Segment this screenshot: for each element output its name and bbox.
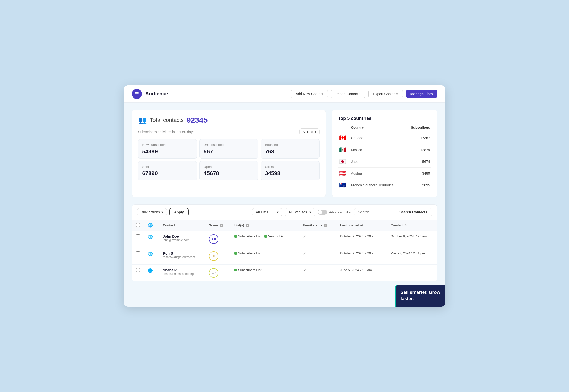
main-content: 👥 Total contacts 92345 Subscribers activ…: [124, 103, 445, 288]
last-opened-date: October 9, 2024 7:20 am: [340, 251, 376, 255]
email-status-check-icon: ✓: [303, 268, 306, 273]
stat-value-2: 768: [265, 148, 315, 155]
country-flag: 🇦🇹: [339, 171, 349, 176]
country-name: Japan: [351, 160, 420, 164]
search-contacts-button[interactable]: Search Contacts: [395, 208, 432, 216]
stat-card-bounced: Bounced 768: [261, 139, 320, 159]
row-contact-cell: Ron S rosafi5740@crodity.com: [159, 248, 205, 265]
country-flag: 🇨🇦: [339, 135, 349, 141]
stat-card-new-subscribers: New subscribers 54389: [138, 139, 197, 159]
contacts-tbody: 🌐 John Doe john@example.com 4.0 Subscrib…: [132, 231, 437, 281]
total-contacts-row: 👥 Total contacts 92345: [138, 116, 320, 124]
row-contact-cell: John Doe john@example.com: [159, 231, 205, 248]
row-lists-cell: Subscribers List Vendor List: [230, 231, 299, 248]
country-row: 🇲🇽 Mexico 12879: [338, 144, 431, 156]
contacts-table: 🌐 Contact Score i List(s) i: [132, 220, 437, 281]
sort-icon-created[interactable]: ⇅: [404, 224, 407, 227]
advanced-filter-label: Advanced Filter: [329, 210, 352, 214]
col-header-email-status: Email status i: [299, 220, 336, 231]
row-checkbox[interactable]: [136, 251, 140, 255]
select-all-checkbox[interactable]: [136, 223, 140, 227]
list-badge: Subscribers List: [234, 268, 261, 272]
stat-label-0: New subscribers: [142, 143, 193, 147]
chevron-down-icon-statuses: ▾: [309, 210, 311, 214]
logo-icon: ☰: [132, 89, 142, 99]
col-header-country: Country: [351, 126, 409, 129]
header: ☰ Audience Add New Contact Import Contac…: [124, 85, 445, 103]
search-input[interactable]: [354, 208, 395, 216]
col-header-subscribers: Subscribers: [411, 126, 430, 129]
contacts-icon: 👥: [138, 116, 147, 124]
row-last-opened-cell: June 5, 2024 7:50 am: [336, 265, 387, 281]
stat-label-2: Bounced: [265, 143, 315, 147]
row-score-cell: 0: [205, 248, 230, 265]
chevron-down-icon-bulk: ▾: [161, 210, 163, 214]
add-contact-button[interactable]: Add New Contact: [291, 90, 328, 98]
list-badge: Vendor List: [264, 234, 284, 238]
contact-email: john@example.com: [163, 238, 201, 242]
select-all-cell: [132, 220, 144, 231]
score-info-icon: i: [220, 224, 223, 227]
row-score-cell: 4.0: [205, 231, 230, 248]
row-checkbox[interactable]: [136, 234, 140, 238]
all-statuses-filter[interactable]: All Statuses ▾: [285, 208, 315, 216]
list-badge: Subscribers List: [234, 251, 261, 255]
country-flag: 🇲🇽: [339, 147, 349, 153]
email-status-info-icon: i: [324, 224, 327, 227]
chevron-down-icon: ▾: [315, 130, 316, 134]
row-email-status-cell: ✓: [299, 231, 336, 248]
total-contacts-label: Total contacts: [150, 117, 184, 123]
globe-icon: 🌐: [148, 268, 153, 273]
header-actions: Add New Contact Import Contacts Export C…: [291, 90, 437, 98]
contact-name: Ron S: [163, 251, 201, 255]
countries-list: 🇨🇦 Canada 17367 🇲🇽 Mexico 12879 🇯🇵 Japan…: [338, 132, 431, 191]
stat-label-5: Clicks: [265, 165, 315, 169]
chevron-down-icon-lists: ▾: [277, 210, 279, 214]
advanced-filter-toggle-wrap: Advanced Filter: [318, 210, 352, 215]
score-badge: 2.7: [209, 268, 218, 278]
list-dot: [234, 252, 237, 255]
total-contacts-number: 92345: [187, 116, 208, 124]
col-header-created: Created ⇅: [387, 220, 437, 231]
activities-header: Subscribers activities in last 60 days A…: [138, 128, 320, 135]
advanced-filter-toggle[interactable]: [318, 210, 327, 215]
row-checkbox[interactable]: [136, 268, 140, 272]
row-created-cell: [387, 265, 437, 281]
stat-card-sent: Sent 67890: [138, 161, 197, 180]
contact-email: rosafi5740@crodity.com: [163, 255, 201, 259]
apply-button[interactable]: Apply: [169, 208, 189, 216]
score-badge: 4.0: [209, 234, 218, 244]
stat-label-4: Opens: [204, 165, 254, 169]
all-lists-dropdown[interactable]: All lists ▾: [299, 128, 319, 135]
row-email-status-cell: ✓: [299, 248, 336, 265]
stats-left-panel: 👥 Total contacts 92345 Subscribers activ…: [132, 110, 326, 197]
table-toolbar: Bulk actions ▾ Apply All Lists ▾ All Sta…: [132, 205, 437, 220]
bulk-actions-dropdown[interactable]: Bulk actions ▾: [137, 208, 167, 216]
manage-lists-button[interactable]: Manage Lists: [406, 90, 437, 98]
export-contacts-button[interactable]: Export Contacts: [368, 90, 403, 98]
row-last-opened-cell: October 9, 2024 7:20 am: [336, 248, 387, 265]
import-contacts-button[interactable]: Import Contacts: [331, 90, 365, 98]
table-row: 🌐 Ron S rosafi5740@crodity.com 0 Subscri…: [132, 248, 437, 265]
created-date: October 8, 2024 7:20 am: [391, 234, 427, 238]
last-opened-date: June 5, 2024 7:50 am: [340, 268, 372, 272]
col-header-lists: List(s) i: [230, 220, 299, 231]
email-status-check-icon: ✓: [303, 252, 306, 256]
stat-label-3: Sent: [142, 165, 193, 169]
table-row: 🌐 Shane P shane.p@mailsend.org 2.7 Subsc…: [132, 265, 437, 281]
header-left: ☰ Audience: [132, 89, 168, 99]
countries-table-header: Country Subscribers: [338, 126, 431, 132]
all-lists-filter[interactable]: All Lists ▾: [252, 208, 282, 216]
stats-grid: New subscribers 54389 Unsubscribed 567 B…: [138, 139, 320, 180]
row-globe-cell: 🌐: [144, 248, 159, 265]
created-date: May 27, 2024 12:41 pm: [391, 251, 425, 255]
activities-subtitle: Subscribers activities in last 60 days: [138, 130, 195, 134]
country-row: 🇯🇵 Japan 5674: [338, 156, 431, 168]
country-count: 3489: [422, 171, 430, 175]
row-created-cell: October 8, 2024 7:20 am: [387, 231, 437, 248]
stat-value-1: 567: [204, 148, 254, 155]
row-last-opened-cell: October 9, 2024 7:20 am: [336, 231, 387, 248]
countries-title: Top 5 countries: [338, 116, 431, 121]
stats-section: 👥 Total contacts 92345 Subscribers activ…: [132, 110, 437, 197]
page-title: Audience: [145, 91, 168, 97]
